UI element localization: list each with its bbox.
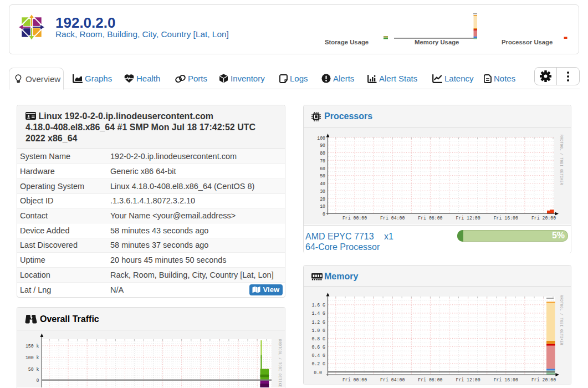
svg-text:Fri 00:00: Fri 00:00 <box>342 377 367 382</box>
svg-text:Fri 00:00: Fri 00:00 <box>342 216 367 221</box>
svg-text:20: 20 <box>320 197 325 202</box>
svg-text:60: 60 <box>320 166 325 171</box>
svg-text:1.0 G: 1.0 G <box>311 328 325 333</box>
svg-text:0.8 G: 0.8 G <box>311 336 325 341</box>
svg-text:0.6 G: 0.6 G <box>311 345 325 350</box>
svg-text:0.4 G: 0.4 G <box>311 353 325 358</box>
svg-text:Fri 16:00: Fri 16:00 <box>494 377 518 382</box>
svg-text:Fri 12:00: Fri 12:00 <box>456 216 480 221</box>
svg-text:0.2 G: 0.2 G <box>311 361 325 366</box>
svg-text:Fri 08:00: Fri 08:00 <box>418 377 442 382</box>
svg-text:1.2 G: 1.2 G <box>311 320 325 325</box>
svg-text:Fri 04:00: Fri 04:00 <box>380 216 405 221</box>
svg-text:Fri 20:00: Fri 20:00 <box>531 216 556 221</box>
svg-text:Fri 16:00: Fri 16:00 <box>494 216 518 221</box>
svg-text:Fri 20:00: Fri 20:00 <box>531 377 556 382</box>
svg-text:1.4 G: 1.4 G <box>311 311 325 316</box>
svg-text:0: 0 <box>37 378 39 383</box>
svg-text:0.0: 0.0 <box>314 370 322 375</box>
svg-text:100 k: 100 k <box>25 355 39 360</box>
svg-text:90: 90 <box>320 143 325 148</box>
svg-text:Fri 12:00: Fri 12:00 <box>456 377 480 382</box>
svg-text:RRDTOOL / TOBI OETIKER: RRDTOOL / TOBI OETIKER <box>559 135 563 185</box>
svg-text:40: 40 <box>320 181 325 186</box>
svg-text:100: 100 <box>317 136 325 141</box>
svg-text:0: 0 <box>323 212 325 217</box>
svg-text:30: 30 <box>320 189 325 194</box>
svg-text:10: 10 <box>320 204 325 209</box>
svg-text:50: 50 <box>320 173 325 178</box>
svg-text:1.6 G: 1.6 G <box>311 303 325 308</box>
svg-text:Fri 08:00: Fri 08:00 <box>418 216 442 221</box>
svg-text:RRDTOOL / TOBI OETIKER: RRDTOOL / TOBI OETIKER <box>559 295 563 345</box>
svg-text:50 k: 50 k <box>28 367 39 372</box>
svg-text:RRDTOOL / TOBI OETIKER: RRDTOOL / TOBI OETIKER <box>278 339 282 387</box>
svg-text:Fri 04:00: Fri 04:00 <box>380 377 405 382</box>
svg-text:80: 80 <box>320 151 325 156</box>
svg-text:70: 70 <box>320 159 325 164</box>
svg-text:150 k: 150 k <box>25 344 39 349</box>
